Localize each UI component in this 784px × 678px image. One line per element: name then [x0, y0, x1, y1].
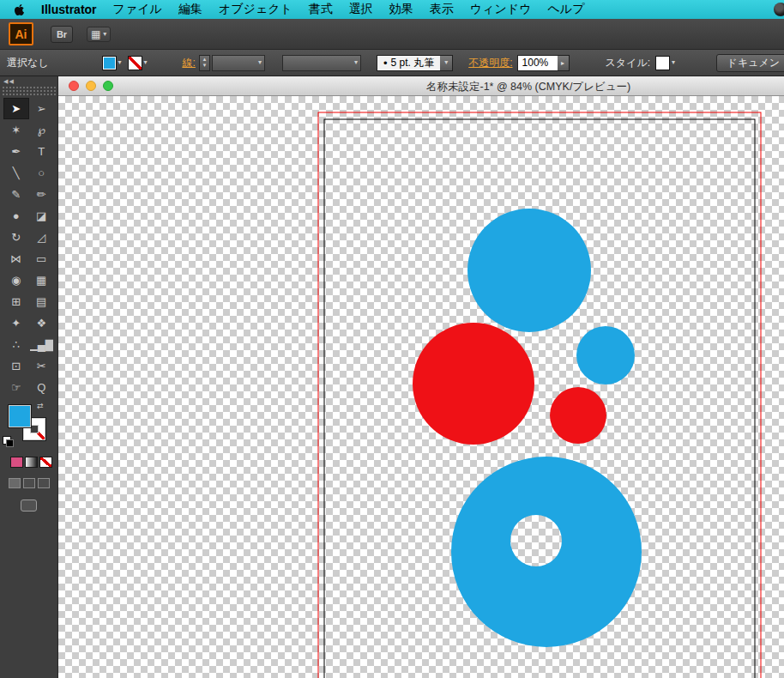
illustrator-logo: Ai [9, 22, 33, 45]
drawing-mode-buttons [9, 478, 57, 488]
gradient-button[interactable] [25, 457, 38, 468]
canvas[interactable] [58, 96, 784, 678]
mesh-tool[interactable]: ⊞ [3, 291, 29, 312]
stroke-none-swatch[interactable] [128, 56, 142, 70]
draw-inside-button[interactable] [38, 478, 50, 488]
chevron-right-icon[interactable]: ▸ [558, 56, 569, 70]
stroke-weight-label[interactable]: 線: [183, 56, 196, 70]
menu-edit[interactable]: 編集 [178, 2, 202, 17]
menubar-status-icon[interactable] [774, 3, 784, 16]
menu-window[interactable]: ウィンドウ [470, 2, 532, 17]
menu-effect[interactable]: 効果 [389, 2, 413, 17]
menu-view[interactable]: 表示 [430, 2, 454, 17]
fill-stroke-indicator: ⇄ [9, 405, 50, 445]
line-tool[interactable]: ╲ [3, 162, 29, 184]
chevron-down-icon: ▾ [118, 59, 122, 66]
stroke-weight-stepper[interactable]: ▲ ▼ [199, 55, 210, 71]
menu-bar: Illustratorファイル編集オブジェクト書式選択効果表示ウィンドウヘルプ [0, 0, 784, 19]
chevron-down-icon[interactable]: ▾ [440, 56, 452, 70]
width-tool[interactable]: ⋈ [3, 248, 29, 269]
pen-tool[interactable]: ✒ [3, 141, 29, 162]
lasso-tool[interactable]: ℘ [29, 119, 55, 141]
menu-illustrator[interactable]: Illustrator [41, 3, 97, 16]
document-title-bar[interactable]: 名称未設定-1* @ 84% (CMYK/プレビュー) [58, 76, 784, 96]
eyedropper-tool[interactable]: ✦ [3, 312, 29, 334]
control-bar: 選択なし ▾ ▾ 線: ▲ ▼ ▾ ▾ • 5 pt. 丸筆 ▾ 不透明度: [0, 50, 784, 76]
blue-donut[interactable] [451, 457, 642, 647]
zoom-window-button[interactable] [103, 81, 113, 91]
menu-type[interactable]: 書式 [309, 2, 333, 17]
slice-tool[interactable]: ✂ [29, 355, 55, 377]
draw-behind-button[interactable] [23, 478, 35, 488]
type-tool[interactable]: T [29, 141, 55, 162]
bridge-button[interactable]: Br [51, 26, 73, 43]
chevron-down-icon: ▾ [103, 31, 106, 38]
chevron-down-icon: ▾ [672, 59, 675, 66]
column-graph-tool[interactable]: ▁▄▇ [29, 334, 55, 355]
paintbrush-tool[interactable]: ✎ [3, 184, 29, 205]
blend-tool[interactable]: ❖ [29, 312, 55, 334]
panel-grip[interactable] [2, 86, 56, 96]
arrange-documents-icon: ▦ [91, 29, 100, 39]
tools-panel: ◀◀ ➤➢✶℘✒T╲○✎✏●◪↻◿⋈▭◉▦⊞▤✦❖∴▁▄▇⊡✂☞Q ⇄ [0, 76, 58, 678]
style-label: スタイル: [606, 56, 650, 70]
gradient-tool[interactable]: ▤ [29, 291, 55, 312]
apple-menu[interactable] [14, 3, 29, 16]
tools-grid: ➤➢✶℘✒T╲○✎✏●◪↻◿⋈▭◉▦⊞▤✦❖∴▁▄▇⊡✂☞Q [0, 96, 57, 398]
scale-tool[interactable]: ◿ [29, 227, 55, 248]
opacity-control[interactable]: 100% ▸ [517, 55, 570, 71]
opacity-input[interactable]: 100% [518, 56, 558, 70]
free-transform-tool[interactable]: ▭ [29, 248, 55, 269]
fill-swatch[interactable] [102, 56, 117, 70]
hand-tool[interactable]: ☞ [3, 377, 29, 398]
arrange-documents-button[interactable]: ▦ ▾ [87, 27, 111, 42]
artboard-tool[interactable]: ⊡ [3, 355, 29, 377]
default-fill-stroke-icon[interactable] [3, 436, 11, 445]
stroke-color-control[interactable]: ▾ [128, 56, 148, 70]
blue-circle-top[interactable] [467, 209, 591, 332]
document-window: 名称未設定-1* @ 84% (CMYK/プレビュー) [58, 76, 784, 678]
rotate-tool[interactable]: ↻ [3, 227, 29, 248]
direct-selection-tool[interactable]: ➢ [29, 98, 55, 119]
magic-wand-tool[interactable]: ✶ [3, 119, 29, 141]
menu-select[interactable]: 選択 [349, 2, 373, 17]
red-circle-left[interactable] [413, 323, 534, 445]
document-setup-button[interactable]: ドキュメン [716, 54, 784, 72]
zoom-tool[interactable]: Q [29, 377, 55, 398]
draw-normal-button[interactable] [9, 478, 21, 488]
swap-fill-stroke-icon[interactable]: ⇄ [37, 402, 44, 410]
width-profile-dropdown[interactable]: ▾ [282, 55, 361, 71]
color-button[interactable] [10, 457, 23, 468]
application-bar: Ai Br ▦ ▾ [0, 19, 784, 50]
illustrator-logo-text: Ai [15, 27, 27, 41]
blob-brush-tool[interactable]: ● [3, 205, 29, 227]
blue-circle-small[interactable] [576, 326, 635, 384]
shape-builder-tool[interactable]: ◉ [3, 269, 29, 291]
style-swatch[interactable] [655, 56, 670, 70]
pencil-tool[interactable]: ✏ [29, 184, 55, 205]
brush-definition-dropdown[interactable]: • 5 pt. 丸筆 ▾ [377, 55, 453, 71]
symbol-sprayer-tool[interactable]: ∴ [3, 334, 29, 355]
perspective-grid-tool[interactable]: ▦ [29, 269, 55, 291]
stroke-weight-dropdown[interactable]: ▾ [212, 55, 265, 71]
red-circle-small[interactable] [550, 387, 606, 444]
selection-tool[interactable]: ➤ [3, 98, 29, 119]
stepper-down-icon[interactable]: ▼ [202, 63, 207, 69]
close-button[interactable] [69, 81, 79, 91]
collapse-panel-button[interactable]: ◀◀ [0, 76, 57, 86]
eraser-tool[interactable]: ◪ [29, 205, 55, 227]
opacity-label[interactable]: 不透明度: [468, 56, 512, 70]
minimize-button[interactable] [86, 81, 96, 91]
change-screen-mode-button[interactable] [21, 499, 37, 512]
graphic-style-control[interactable]: ▾ [655, 56, 675, 70]
menu-help[interactable]: ヘルプ [548, 2, 585, 17]
selection-status: 選択なし [7, 56, 49, 70]
ellipse-tool[interactable]: ○ [29, 162, 55, 184]
menu-file[interactable]: ファイル [113, 2, 162, 17]
chevron-down-icon: ▾ [354, 59, 358, 66]
menu-object[interactable]: オブジェクト [219, 2, 292, 17]
fill-indicator[interactable] [9, 405, 31, 427]
stepper-up-icon[interactable]: ▲ [202, 57, 207, 63]
fill-color-control[interactable]: ▾ [102, 56, 122, 70]
none-button[interactable] [39, 457, 52, 468]
